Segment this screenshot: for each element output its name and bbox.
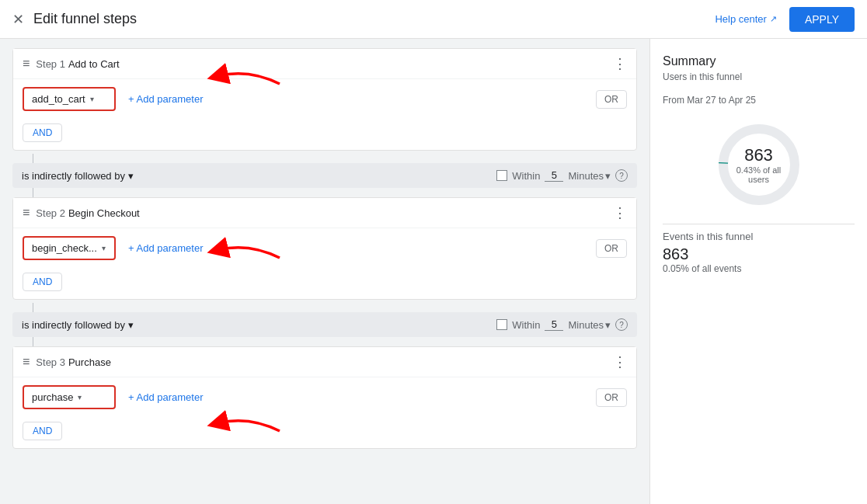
step-1-dropdown-arrow: ▾: [90, 95, 94, 103]
donut-chart: 863 0.43% of all users: [712, 118, 806, 211]
step-2-name: Begin Checkout: [68, 207, 140, 219]
connector-2-unit-label: Minutes: [568, 319, 604, 331]
step-3-name: Purchase: [68, 356, 111, 368]
apply-button[interactable]: APPLY: [789, 7, 855, 32]
connector-1-type-select[interactable]: is indirectly followed by ▾: [22, 170, 134, 182]
help-center-label: Help center: [715, 13, 766, 25]
connector-2-line-top: [33, 303, 33, 312]
connector-1-bar: is indirectly followed by ▾ Within Minut…: [12, 163, 637, 188]
step-3-and-button[interactable]: AND: [23, 422, 62, 440]
summary-date-range: From Mar 27 to Apr 25: [663, 95, 855, 106]
step-3-or-badge[interactable]: OR: [596, 388, 627, 407]
connector-1-within: Within Minutes ▾ ?: [496, 169, 628, 182]
step-3-more-icon[interactable]: ⋮: [613, 353, 627, 370]
step-3-sort-icon: ≡: [23, 355, 30, 369]
summary-events-count: 863: [663, 245, 855, 263]
step-2-dropdown-arrow: ▾: [102, 244, 106, 252]
step-2-label: Step 2: [36, 207, 65, 219]
step-2-card: ≡ Step 2 Begin Checkout ⋮ begin_check...: [12, 197, 637, 300]
connector-1-unit-label: Minutes: [568, 170, 604, 182]
step-2-header: ≡ Step 2 Begin Checkout ⋮: [13, 198, 636, 228]
summary-users-label: Users in this funnel: [663, 71, 855, 82]
connector-1-line-bottom: [33, 188, 33, 197]
help-center-link[interactable]: Help center ↗: [715, 13, 776, 25]
connector-1-within-label: Within: [512, 170, 540, 182]
step-3-card: ≡ Step 3 Purchase ⋮ purchase ▾: [12, 346, 637, 449]
step-2-more-icon[interactable]: ⋮: [613, 204, 627, 221]
step-3-event-value: purchase: [32, 391, 73, 403]
summary-events-label: Events in this funnel: [663, 231, 855, 242]
connector-1-unit-select[interactable]: Minutes ▾: [568, 170, 611, 182]
connector-2-wrapper: is indirectly followed by ▾ Within Minut…: [12, 303, 637, 346]
connector-2-type-select[interactable]: is indirectly followed by ▾: [22, 319, 134, 331]
step-1-card: ≡ Step 1 Add to Cart ⋮ add_to_cart ▾: [12, 48, 637, 151]
step-1-or-badge[interactable]: OR: [596, 90, 627, 109]
step-3-body: purchase ▾ + Add parameter OR: [13, 377, 636, 417]
summary-title: Summary: [663, 54, 855, 68]
step-3-dropdown-arrow: ▾: [78, 393, 82, 401]
step-1-sort-icon: ≡: [23, 57, 30, 71]
donut-chart-container: 863 0.43% of all users: [663, 118, 855, 211]
page-title: Edit funnel steps: [33, 11, 137, 27]
connector-2-bar: is indirectly followed by ▾ Within Minut…: [12, 312, 637, 337]
connector-1-line-top: [33, 154, 33, 163]
step-1-and-button[interactable]: AND: [23, 123, 62, 142]
step-2-or-badge[interactable]: OR: [596, 239, 627, 258]
connector-2-within-number[interactable]: [545, 318, 563, 331]
step-2-add-param-button[interactable]: + Add parameter: [122, 238, 209, 259]
step-2-event-dropdown[interactable]: begin_check... ▾: [23, 236, 116, 260]
connector-1-help-icon[interactable]: ?: [615, 169, 628, 182]
connector-2-within: Within Minutes ▾ ?: [496, 318, 628, 331]
summary-divider: [663, 224, 855, 224]
step-3-add-param-button[interactable]: + Add parameter: [122, 387, 209, 408]
connector-1-type-label: is indirectly followed by: [22, 170, 125, 182]
step-2-and-button[interactable]: AND: [23, 273, 62, 291]
step-3-header: ≡ Step 3 Purchase ⋮: [13, 347, 636, 377]
connector-2-help-icon[interactable]: ?: [615, 318, 628, 331]
step-2-body: begin_check... ▾ + Add parameter OR: [13, 228, 636, 268]
summary-panel: Summary Users in this funnel From Mar 27…: [649, 39, 867, 504]
step-3-and-row: AND: [13, 417, 636, 448]
step-1-name: Add to Cart: [68, 58, 120, 70]
step-1-body: add_to_cart ▾ + Add parameter OR: [13, 79, 636, 119]
connector-2-unit-select[interactable]: Minutes ▾: [568, 319, 611, 331]
connector-2-dropdown-arrow: ▾: [128, 319, 134, 331]
connector-2-unit-arrow: ▾: [605, 319, 611, 331]
connector-1-dropdown-arrow: ▾: [128, 170, 134, 182]
step-3-label: Step 3: [36, 356, 65, 368]
summary-events-percent: 0.05% of all events: [663, 263, 855, 274]
steps-panel: ≡ Step 1 Add to Cart ⋮ add_to_cart ▾: [0, 39, 649, 504]
connector-1-within-checkbox[interactable]: [496, 170, 507, 181]
step-1-event-value: add_to_cart: [32, 93, 85, 105]
close-icon[interactable]: ✕: [12, 11, 24, 28]
step-1-header: ≡ Step 1 Add to Cart ⋮: [13, 49, 636, 79]
step-2-and-row: AND: [13, 268, 636, 299]
connector-2-within-checkbox[interactable]: [496, 319, 507, 330]
connector-2-line-bottom: [33, 337, 33, 346]
connector-2-type-label: is indirectly followed by: [22, 319, 125, 331]
connector-1-within-number[interactable]: [545, 169, 563, 182]
connector-2-within-label: Within: [512, 319, 540, 331]
step-2-sort-icon: ≡: [23, 206, 30, 220]
step-1-add-param-button[interactable]: + Add parameter: [122, 89, 209, 109]
step-1-more-icon[interactable]: ⋮: [613, 55, 627, 72]
step-1-label: Step 1: [36, 58, 65, 70]
step-2-event-value: begin_check...: [32, 242, 97, 254]
step-1-event-dropdown[interactable]: add_to_cart ▾: [23, 87, 116, 111]
connector-1-unit-arrow: ▾: [605, 170, 611, 182]
donut-number: 863: [736, 145, 782, 165]
step-3-event-dropdown[interactable]: purchase ▾: [23, 385, 116, 409]
donut-center: 863 0.43% of all users: [736, 145, 782, 184]
step-1-and-row: AND: [13, 119, 636, 150]
donut-percent: 0.43% of all users: [736, 165, 782, 184]
connector-1-wrapper: is indirectly followed by ▾ Within Minut…: [12, 154, 637, 197]
external-link-icon: ↗: [770, 14, 777, 24]
